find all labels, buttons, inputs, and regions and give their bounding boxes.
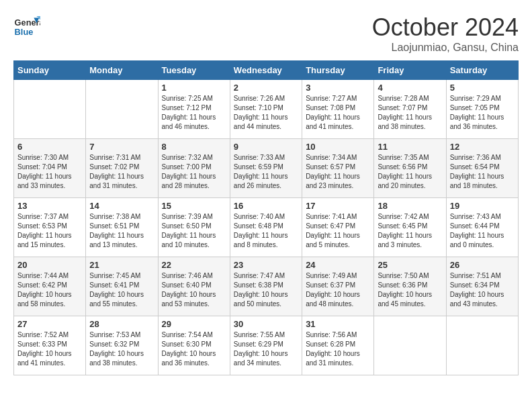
day-number: 22 [162, 260, 226, 270]
day-number: 6 [17, 142, 82, 152]
calendar-cell: 18Sunrise: 7:42 AM Sunset: 6:45 PM Dayli… [374, 198, 446, 257]
day-number: 29 [162, 319, 226, 329]
calendar-cell: 30Sunrise: 7:55 AM Sunset: 6:29 PM Dayli… [230, 316, 302, 375]
svg-text:Blue: Blue [15, 27, 34, 37]
day-number: 9 [234, 142, 298, 152]
calendar-cell: 8Sunrise: 7:32 AM Sunset: 7:00 PM Daylig… [158, 139, 230, 198]
weekday-header-thursday: Thursday [302, 61, 374, 80]
day-number: 19 [450, 201, 515, 211]
calendar-cell: 17Sunrise: 7:41 AM Sunset: 6:47 PM Dayli… [302, 198, 374, 257]
day-number: 1 [162, 83, 226, 93]
day-info: Sunrise: 7:34 AM Sunset: 6:57 PM Dayligh… [306, 153, 370, 191]
title-block: October 2024 Laojunmiao, Gansu, China [372, 13, 519, 54]
calendar-cell: 31Sunrise: 7:56 AM Sunset: 6:28 PM Dayli… [302, 316, 374, 375]
calendar-cell: 22Sunrise: 7:46 AM Sunset: 6:40 PM Dayli… [158, 257, 230, 316]
calendar-cell: 14Sunrise: 7:38 AM Sunset: 6:51 PM Dayli… [86, 198, 158, 257]
calendar-cell: 11Sunrise: 7:35 AM Sunset: 6:56 PM Dayli… [374, 139, 446, 198]
day-number: 14 [89, 201, 154, 211]
weekday-header-wednesday: Wednesday [230, 61, 302, 80]
calendar-cell: 29Sunrise: 7:54 AM Sunset: 6:30 PM Dayli… [158, 316, 230, 375]
day-number: 24 [306, 260, 370, 270]
day-number: 12 [450, 142, 515, 152]
day-info: Sunrise: 7:27 AM Sunset: 7:08 PM Dayligh… [306, 94, 370, 132]
day-number: 17 [306, 201, 370, 211]
calendar-cell [446, 316, 518, 375]
day-info: Sunrise: 7:41 AM Sunset: 6:47 PM Dayligh… [306, 212, 370, 250]
day-number: 4 [378, 83, 442, 93]
day-number: 11 [378, 142, 442, 152]
weekday-header-sunday: Sunday [14, 61, 86, 80]
calendar-cell [14, 80, 86, 139]
day-info: Sunrise: 7:36 AM Sunset: 6:54 PM Dayligh… [450, 153, 515, 191]
weekday-header-tuesday: Tuesday [158, 61, 230, 80]
day-info: Sunrise: 7:42 AM Sunset: 6:45 PM Dayligh… [378, 212, 442, 250]
calendar-cell: 3Sunrise: 7:27 AM Sunset: 7:08 PM Daylig… [302, 80, 374, 139]
week-row-3: 13Sunrise: 7:37 AM Sunset: 6:53 PM Dayli… [14, 198, 519, 257]
calendar-cell: 24Sunrise: 7:49 AM Sunset: 6:37 PM Dayli… [302, 257, 374, 316]
week-row-2: 6Sunrise: 7:30 AM Sunset: 7:04 PM Daylig… [14, 139, 519, 198]
day-number: 23 [234, 260, 298, 270]
calendar-cell: 10Sunrise: 7:34 AM Sunset: 6:57 PM Dayli… [302, 139, 374, 198]
weekday-header-monday: Monday [86, 61, 158, 80]
day-number: 20 [17, 260, 82, 270]
day-info: Sunrise: 7:31 AM Sunset: 7:02 PM Dayligh… [89, 153, 154, 191]
day-info: Sunrise: 7:38 AM Sunset: 6:51 PM Dayligh… [89, 212, 154, 250]
day-number: 3 [306, 83, 370, 93]
day-number: 2 [234, 83, 298, 93]
week-row-1: 1Sunrise: 7:25 AM Sunset: 7:12 PM Daylig… [14, 80, 519, 139]
day-number: 25 [378, 260, 442, 270]
day-info: Sunrise: 7:28 AM Sunset: 7:07 PM Dayligh… [378, 94, 442, 132]
calendar-cell: 15Sunrise: 7:39 AM Sunset: 6:50 PM Dayli… [158, 198, 230, 257]
calendar-cell: 20Sunrise: 7:44 AM Sunset: 6:42 PM Dayli… [14, 257, 86, 316]
day-number: 8 [162, 142, 226, 152]
weekday-header-friday: Friday [374, 61, 446, 80]
calendar-cell: 13Sunrise: 7:37 AM Sunset: 6:53 PM Dayli… [14, 198, 86, 257]
calendar-cell: 23Sunrise: 7:47 AM Sunset: 6:38 PM Dayli… [230, 257, 302, 316]
day-number: 31 [306, 319, 370, 329]
calendar-cell: 2Sunrise: 7:26 AM Sunset: 7:10 PM Daylig… [230, 80, 302, 139]
day-number: 13 [17, 201, 82, 211]
week-row-4: 20Sunrise: 7:44 AM Sunset: 6:42 PM Dayli… [14, 257, 519, 316]
calendar-cell: 4Sunrise: 7:28 AM Sunset: 7:07 PM Daylig… [374, 80, 446, 139]
day-info: Sunrise: 7:33 AM Sunset: 6:59 PM Dayligh… [234, 153, 298, 191]
day-info: Sunrise: 7:56 AM Sunset: 6:28 PM Dayligh… [306, 330, 370, 368]
week-row-5: 27Sunrise: 7:52 AM Sunset: 6:33 PM Dayli… [14, 316, 519, 375]
day-number: 18 [378, 201, 442, 211]
day-info: Sunrise: 7:29 AM Sunset: 7:05 PM Dayligh… [450, 94, 515, 132]
day-info: Sunrise: 7:32 AM Sunset: 7:00 PM Dayligh… [162, 153, 226, 191]
day-number: 26 [450, 260, 515, 270]
calendar-cell: 26Sunrise: 7:51 AM Sunset: 6:34 PM Dayli… [446, 257, 518, 316]
day-info: Sunrise: 7:45 AM Sunset: 6:41 PM Dayligh… [89, 271, 154, 309]
day-info: Sunrise: 7:35 AM Sunset: 6:56 PM Dayligh… [378, 153, 442, 191]
day-number: 27 [17, 319, 82, 329]
day-info: Sunrise: 7:49 AM Sunset: 6:37 PM Dayligh… [306, 271, 370, 309]
calendar-cell: 5Sunrise: 7:29 AM Sunset: 7:05 PM Daylig… [446, 80, 518, 139]
location: Laojunmiao, Gansu, China [372, 42, 519, 54]
calendar-cell: 21Sunrise: 7:45 AM Sunset: 6:41 PM Dayli… [86, 257, 158, 316]
day-number: 10 [306, 142, 370, 152]
logo: General Blue [13, 13, 40, 40]
day-info: Sunrise: 7:53 AM Sunset: 6:32 PM Dayligh… [89, 330, 154, 368]
calendar-cell: 19Sunrise: 7:43 AM Sunset: 6:44 PM Dayli… [446, 198, 518, 257]
day-number: 30 [234, 319, 298, 329]
day-info: Sunrise: 7:55 AM Sunset: 6:29 PM Dayligh… [234, 330, 298, 368]
day-info: Sunrise: 7:51 AM Sunset: 6:34 PM Dayligh… [450, 271, 515, 309]
day-number: 16 [234, 201, 298, 211]
calendar-cell: 1Sunrise: 7:25 AM Sunset: 7:12 PM Daylig… [158, 80, 230, 139]
day-number: 21 [89, 260, 154, 270]
day-number: 28 [89, 319, 154, 329]
calendar-cell: 27Sunrise: 7:52 AM Sunset: 6:33 PM Dayli… [14, 316, 86, 375]
logo-icon: General Blue [13, 13, 40, 40]
calendar-cell [374, 316, 446, 375]
day-info: Sunrise: 7:37 AM Sunset: 6:53 PM Dayligh… [17, 212, 82, 250]
day-info: Sunrise: 7:43 AM Sunset: 6:44 PM Dayligh… [450, 212, 515, 250]
calendar-cell: 16Sunrise: 7:40 AM Sunset: 6:48 PM Dayli… [230, 198, 302, 257]
weekday-header-saturday: Saturday [446, 61, 518, 80]
day-info: Sunrise: 7:26 AM Sunset: 7:10 PM Dayligh… [234, 94, 298, 132]
day-info: Sunrise: 7:47 AM Sunset: 6:38 PM Dayligh… [234, 271, 298, 309]
calendar-cell: 7Sunrise: 7:31 AM Sunset: 7:02 PM Daylig… [86, 139, 158, 198]
calendar-cell: 9Sunrise: 7:33 AM Sunset: 6:59 PM Daylig… [230, 139, 302, 198]
day-info: Sunrise: 7:39 AM Sunset: 6:50 PM Dayligh… [162, 212, 226, 250]
weekday-header-row: SundayMondayTuesdayWednesdayThursdayFrid… [14, 61, 519, 80]
calendar-cell [86, 80, 158, 139]
